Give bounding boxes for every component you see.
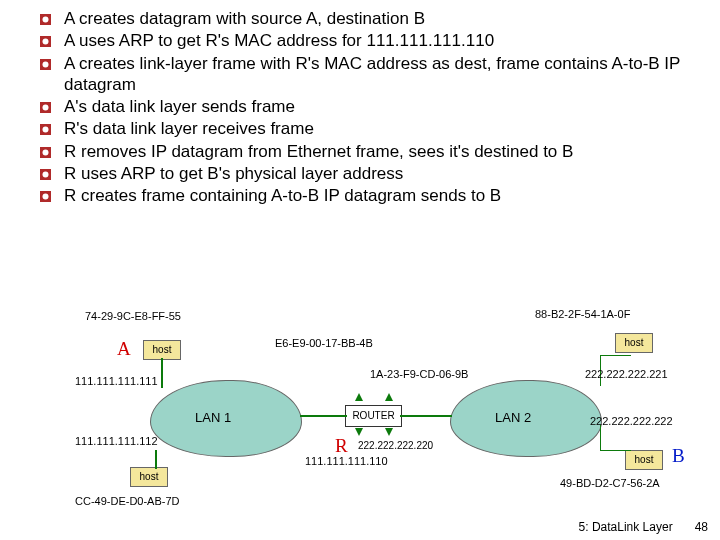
bullet-icon (40, 169, 56, 180)
svg-point-11 (43, 149, 49, 155)
router-left-mac: E6-E9-00-17-BB-4B (275, 337, 373, 349)
host-tr-ip: 222.222.222.221 (585, 368, 668, 380)
bullet-list: A creates datagram with source A, destin… (0, 0, 720, 206)
host-2: host (130, 467, 168, 487)
svg-point-5 (43, 61, 49, 67)
svg-point-3 (43, 39, 49, 45)
bullet-item: R creates frame containing A-to-B IP dat… (40, 185, 700, 206)
host-2-mac: CC-49-DE-D0-AB-7D (75, 495, 180, 507)
label-a: A (117, 338, 131, 360)
bullet-icon (40, 59, 56, 70)
bullet-text: R uses ARP to get B's physical layer add… (64, 163, 700, 184)
link (300, 415, 347, 417)
link (155, 450, 157, 469)
bullet-text: R's data link layer receives frame (64, 118, 700, 139)
lan1-label: LAN 1 (195, 410, 231, 425)
arrow-icon (385, 393, 393, 401)
host-top-right: host (615, 333, 653, 353)
host-2-ip: 111.111.111.112 (75, 435, 158, 447)
arrow-icon (355, 428, 363, 436)
svg-point-1 (43, 17, 49, 23)
label-b: B (672, 445, 685, 467)
router-right-mac: 1A-23-F9-CD-06-9B (370, 368, 468, 380)
svg-point-15 (43, 194, 49, 200)
bullet-item: A creates datagram with source A, destin… (40, 8, 700, 29)
network-diagram: LAN 1 LAN 2 ROUTER host 74-29-9C-E8-FF-5… (55, 300, 695, 500)
bullet-item: R's data link layer receives frame (40, 118, 700, 139)
arrow-icon (355, 393, 363, 401)
host-b-ip: 222.222.222.222 (590, 415, 673, 427)
bullet-icon (40, 124, 56, 135)
footer: 5: DataLink Layer 48 (579, 520, 708, 534)
bullet-icon (40, 14, 56, 25)
bullet-item: A uses ARP to get R's MAC address for 11… (40, 30, 700, 51)
bullet-icon (40, 102, 56, 113)
arrow-icon (385, 428, 393, 436)
router-right-area: 222.222.222.220 (358, 440, 433, 451)
bullet-text: R creates frame containing A-to-B IP dat… (64, 185, 700, 206)
host-b: host (625, 450, 663, 470)
bullet-item: R uses ARP to get B's physical layer add… (40, 163, 700, 184)
host-b-mac: 49-BD-D2-C7-56-2A (560, 477, 660, 489)
svg-point-7 (43, 105, 49, 111)
bullet-text: A creates datagram with source A, destin… (64, 8, 700, 29)
router-box: ROUTER (345, 405, 402, 427)
footer-chapter: 5: DataLink Layer (579, 520, 673, 534)
host-a-mac: 74-29-9C-E8-FF-55 (85, 310, 181, 322)
bullet-item: R removes IP datagram from Ethernet fram… (40, 141, 700, 162)
label-r: R (335, 435, 348, 457)
link (600, 425, 631, 451)
host-a: host (143, 340, 181, 360)
link (161, 358, 163, 388)
svg-point-13 (43, 171, 49, 177)
bullet-icon (40, 147, 56, 158)
lan2-label: LAN 2 (495, 410, 531, 425)
link (400, 415, 452, 417)
bullet-item: A creates link-layer frame with R's MAC … (40, 53, 700, 96)
bullet-icon (40, 36, 56, 47)
svg-point-9 (43, 127, 49, 133)
bullet-item: A's data link layer sends frame (40, 96, 700, 117)
host-a-ip: 111.111.111.111 (75, 375, 158, 387)
bullet-icon (40, 191, 56, 202)
host-tr-mac: 88-B2-2F-54-1A-0F (535, 308, 630, 320)
bullet-text: A creates link-layer frame with R's MAC … (64, 53, 700, 96)
bullet-text: A uses ARP to get R's MAC address for 11… (64, 30, 700, 51)
footer-page: 48 (695, 520, 708, 534)
bullet-text: R removes IP datagram from Ethernet fram… (64, 141, 700, 162)
bullet-text: A's data link layer sends frame (64, 96, 700, 117)
